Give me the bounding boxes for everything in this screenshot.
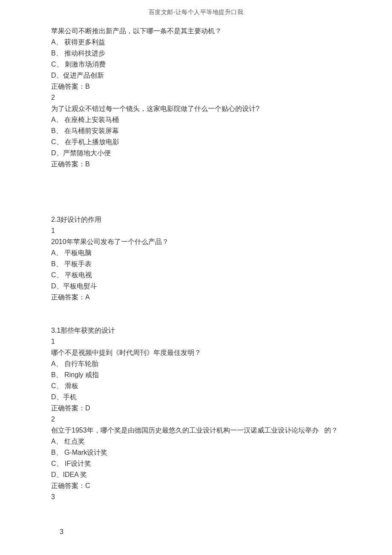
- option-a: A、 自行车轮胎: [51, 358, 341, 369]
- question-number: 3: [51, 491, 341, 503]
- option-c: C、 IF设计奖: [51, 458, 341, 469]
- option-d: D、平板电熨斗: [51, 281, 341, 292]
- question-prompt: 苹果公司不断推出新产品，以下哪一条不是其主要动机？: [51, 26, 341, 37]
- spacer: [51, 303, 341, 314]
- question-number: 2: [51, 92, 341, 103]
- option-b: B、 在马桶前安装屏幕: [51, 125, 341, 137]
- question-prompt: 2010年苹果公司发布了一个什么产品？: [51, 236, 341, 247]
- section-heading: 2.3好设计的作用: [51, 214, 341, 225]
- option-c: C、 刺激市场消费: [51, 59, 341, 70]
- answer: 正确答案：D: [51, 403, 341, 414]
- option-c: C、 滑板: [51, 381, 341, 392]
- answer: 正确答案：B: [51, 159, 341, 170]
- option-a: A、 红点奖: [51, 436, 341, 447]
- question-prompt: 为了让观众不错过每一个镜头，这家电影院做了什么一个贴心的设计?: [51, 103, 341, 114]
- page-number: 3: [51, 528, 341, 536]
- option-d: D、IDEA 奖: [51, 469, 341, 480]
- option-d: D、促进产品创新: [51, 70, 341, 81]
- document-page: 百度文邮-让每个人平等地提升口我 苹果公司不断推出新产品，以下哪一条不是其主要动…: [0, 0, 392, 553]
- spacer: [51, 314, 341, 325]
- option-b: B、 G-Mark设计奖: [51, 447, 341, 458]
- section-heading: 3.1那些年获奖的设计: [51, 325, 341, 336]
- option-a: A、 在座椅上安装马桶: [51, 114, 341, 125]
- option-c: C、 平板电视: [51, 270, 341, 281]
- option-b: B、 Ringly 戒指: [51, 369, 341, 381]
- question-number: 1: [51, 336, 341, 347]
- option-b: B、 推动科技进步: [51, 48, 341, 59]
- spacer: [51, 170, 341, 214]
- page-header: 百度文邮-让每个人平等地提升口我: [51, 9, 341, 16]
- option-b: B、 平板手表: [51, 259, 341, 270]
- option-a: A、 获得更多利益: [51, 37, 341, 48]
- answer: 正确答案：A: [51, 292, 341, 303]
- question-prompt: 创立于1953年，哪个奖是由德国历史最悠久的工业设计机构一一汉诺威工业设讣论坛举…: [51, 425, 341, 436]
- question-prompt: 哪个不是视频中提到《时代周刊》年度最佳发明？: [51, 347, 341, 358]
- option-d: D、手机: [51, 392, 341, 403]
- question-number: 2: [51, 414, 341, 425]
- option-c: C、 在手机上播放电影: [51, 137, 341, 148]
- answer: 正确答案：C: [51, 480, 341, 491]
- question-number: 1: [51, 225, 341, 236]
- option-d: D、严禁随地大小便: [51, 148, 341, 159]
- answer: 正确答案：B: [51, 81, 341, 92]
- option-a: A、 平板电脑: [51, 247, 341, 259]
